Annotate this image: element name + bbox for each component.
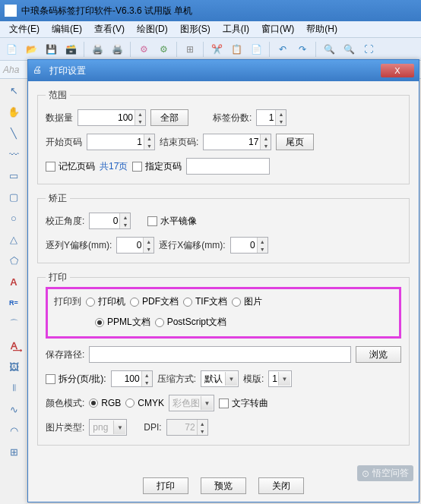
menu-bar: 文件(E) 编辑(E) 查看(V) 绘图(D) 图形(S) 工具(I) 窗口(W… [0,21,421,38]
save-path-label: 保存路径: [46,348,84,361]
last-page-button[interactable]: 尾页 [276,134,314,150]
menu-view[interactable]: 查看(V) [88,21,131,37]
split-checkbox[interactable]: 拆分(页/批): [46,373,106,386]
data-count-label: 数据量 [46,112,73,124]
rect-icon[interactable]: ▭ [5,167,22,184]
radio-printer[interactable]: 打印机 [86,295,125,308]
specify-page-checkbox[interactable]: 指定页码 [132,160,182,173]
print-settings-dialog: 🖨 打印设置 X 范围 数据量 ▲▼ 全部 标签份数: ▲▼ 开始页码 ▲▼ 结… [27,59,419,502]
radio-cmyk[interactable]: CMYK [125,398,164,408]
left-toolstrip: ↖ ✋ ╲ 〰 ▭ ▢ ○ △ ⬠ A R= ⌒ A͢ 🖼 ⦀ ∿ ◠ ⊞ [0,79,27,460]
redo-icon[interactable]: ↷ [294,41,311,58]
saveall-icon[interactable]: 🗃️ [62,41,79,58]
open-icon[interactable]: 📂 [23,41,40,58]
paste-icon[interactable]: 📄 [248,41,264,58]
ellipse-icon[interactable]: ○ [5,209,22,226]
menu-edit[interactable]: 编辑(E) [46,21,88,37]
new-icon[interactable]: 📄 [3,41,20,58]
menu-draw[interactable]: 绘图(D) [131,21,174,37]
menu-help[interactable]: 帮助(H) [300,21,343,37]
dpi-input[interactable]: ▲▼ [166,419,208,436]
radio-postscript[interactable]: PostScript文档 [155,316,227,329]
barcode-icon[interactable]: ⦀ [5,380,22,396]
printer-icon[interactable]: 🖨️ [109,41,125,58]
print-group: 打印 打印到 打印机 PDF文档 TIF文档 图片 PPML文档 PostScr… [37,271,410,446]
app-title: 中琅条码标签打印软件-V6.3.6 试用版 单机 [21,5,192,17]
undo-icon[interactable]: ↶ [274,41,291,58]
radio-ppml[interactable]: PPML文档 [95,316,150,329]
radio-rgb[interactable]: RGB [89,398,121,408]
arc2-icon[interactable]: ◠ [5,422,22,439]
template-combo[interactable]: 1▼ [268,370,292,387]
zoomfit-icon[interactable]: ⛶ [360,41,377,58]
preview-button[interactable]: 预览 [201,477,246,494]
save-path-input[interactable] [89,346,351,363]
image-icon[interactable]: 🖼 [5,358,22,375]
row-offset-label: 逐行X偏移(mm): [159,239,225,252]
grid-icon[interactable]: ⊞ [182,41,198,58]
color-profile-combo[interactable]: 彩色图▼ [169,395,214,411]
radio-pdf[interactable]: PDF文档 [130,295,179,308]
copies-label: 标签份数: [213,112,252,124]
end-page-input[interactable]: ▲▼ [203,134,271,150]
end-page-label: 结束页码: [160,136,198,149]
radio-image[interactable]: 图片 [232,295,262,308]
close-dialog-button[interactable]: 关闭 [258,477,304,494]
pointer-icon[interactable]: ↖ [5,82,22,99]
menu-file[interactable]: 文件(E) [3,21,46,37]
print-icon[interactable]: 🖨️ [89,41,106,58]
close-button[interactable]: X [381,64,414,77]
menu-window[interactable]: 窗口(W) [255,21,300,37]
col-offset-label: 逐列Y偏移(mm): [46,239,112,252]
print-button[interactable]: 打印 [143,477,188,494]
separator [176,42,177,57]
line-icon[interactable]: ╲ [5,124,22,141]
specify-page-input[interactable] [186,158,270,175]
mirror-checkbox[interactable]: 水平镜像 [147,215,197,228]
compress-combo[interactable]: 默认▼ [201,370,239,387]
curve-icon[interactable]: ∿ [5,401,22,417]
table-icon[interactable]: ⊞ [5,443,22,460]
separator [84,42,84,57]
copy-icon[interactable]: 📋 [228,41,245,58]
hand-icon[interactable]: ✋ [5,103,22,120]
correction-legend: 矫正 [46,192,70,205]
text-icon[interactable]: A [5,273,22,290]
settings1-icon[interactable]: ⚙ [135,41,152,58]
arc-icon[interactable]: ⌒ [5,316,22,332]
outline-text-checkbox[interactable]: 文字转曲 [219,397,268,410]
polyline-icon[interactable]: 〰 [5,146,22,162]
dpi-label: DPI: [144,422,161,433]
browse-button[interactable]: 浏览 [356,346,401,363]
menu-shape[interactable]: 图形(S) [174,21,217,37]
image-type-combo[interactable]: png▼ [89,419,127,436]
total-pages: 共17页 [100,160,128,173]
richtext-icon[interactable]: R= [5,295,22,311]
start-page-input[interactable]: ▲▼ [87,134,155,150]
print-legend: 打印 [46,271,70,284]
cut-icon[interactable]: ✂️ [208,41,225,58]
vtext-icon[interactable]: A͢ [5,337,22,354]
col-offset-input[interactable]: ▲▼ [116,237,154,254]
roundrect-icon[interactable]: ▢ [5,188,22,205]
angle-label: 校正角度: [46,215,84,228]
split-input[interactable]: ▲▼ [111,370,153,387]
search-hint: Aha [3,65,19,75]
remember-page-checkbox[interactable]: 记忆页码 [46,160,95,173]
watermark-icon: ⊙ [362,468,369,479]
zoomin-icon[interactable]: 🔍 [321,41,337,58]
radio-tif[interactable]: TIF文档 [183,295,227,308]
color-mode-label: 颜色模式: [46,397,84,410]
angle-input[interactable]: ▲▼ [89,213,131,229]
copies-input[interactable]: ▲▼ [256,109,286,126]
row-offset-input[interactable]: ▲▼ [230,237,268,254]
zoomout-icon[interactable]: 🔍 [340,41,357,58]
settings2-icon[interactable]: ⚙ [155,41,172,58]
triangle-icon[interactable]: △ [5,231,22,247]
separator [315,42,316,57]
data-count-input[interactable]: ▲▼ [78,109,146,126]
all-button[interactable]: 全部 [150,109,188,126]
save-icon[interactable]: 💾 [43,41,59,58]
menu-tool[interactable]: 工具(I) [217,21,255,37]
polygon-icon[interactable]: ⬠ [5,252,22,269]
